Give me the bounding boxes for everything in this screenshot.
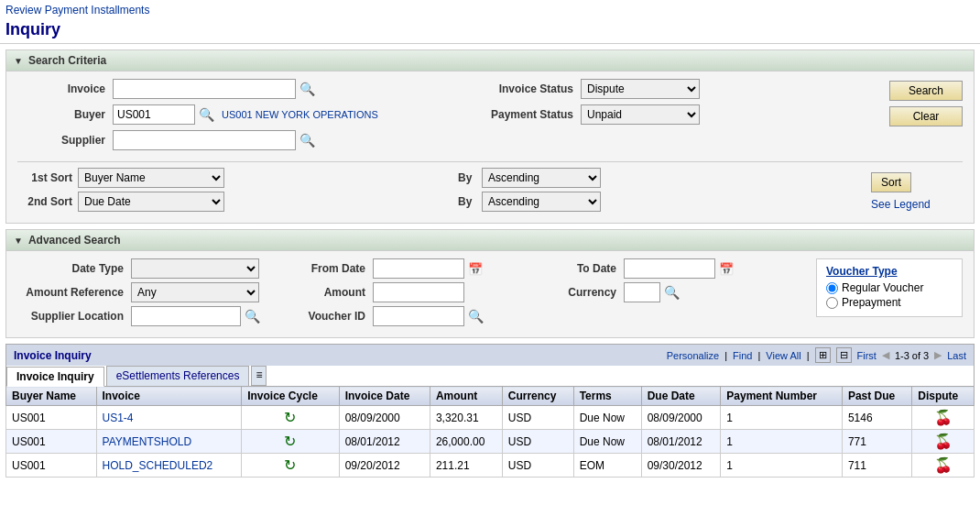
table-icon1[interactable]: ⊞ <box>815 347 831 363</box>
supplier-lookup-icon[interactable]: 🔍 <box>299 133 315 148</box>
dispute-icon[interactable]: 🍒 <box>934 410 953 425</box>
tab-esettlements[interactable]: eSettlements References <box>106 366 250 386</box>
supplier-label: Supplier <box>17 134 109 147</box>
cell-dispute[interactable]: 🍒 <box>912 454 975 478</box>
cell-due-date: 08/09/2000 <box>641 406 721 430</box>
date-type-row: Date Type Invoice Date Due Date <box>17 258 268 279</box>
advanced-search-title: Advanced Search <box>28 234 121 247</box>
date-type-select[interactable]: Invoice Date Due Date <box>131 258 259 279</box>
supplier-location-lookup-icon[interactable]: 🔍 <box>245 309 260 324</box>
date-type-label: Date Type <box>17 262 127 275</box>
sort-button[interactable]: Sort <box>871 172 911 192</box>
voucher-prepayment-row: Prepayment <box>826 296 953 309</box>
pagination-last[interactable]: Last <box>947 350 966 361</box>
to-date-calendar-icon[interactable]: 📅 <box>719 262 734 276</box>
buyer-label: Buyer <box>17 108 109 121</box>
supplier-location-label: Supplier Location <box>17 310 127 323</box>
cell-invoice[interactable]: PAYMENTSHOLD <box>96 430 242 454</box>
pagination-prev[interactable]: ◀ <box>882 349 889 361</box>
table-row: US001 HOLD_SCHEDULED2 ↻ 09/20/2012 211.2… <box>6 454 975 478</box>
buyer-lookup-icon[interactable]: 🔍 <box>199 107 214 122</box>
col-past-due: Past Due <box>842 387 911 406</box>
search-criteria-header: ▼ Search Criteria <box>6 50 974 71</box>
cycle-icon[interactable]: ↻ <box>284 434 296 449</box>
personalize-link[interactable]: Personalize <box>667 350 719 361</box>
see-legend-link[interactable]: See Legend <box>871 198 931 211</box>
supplier-location-input[interactable] <box>131 306 241 326</box>
currency-input[interactable] <box>624 282 660 302</box>
cell-invoice[interactable]: US1-4 <box>96 406 242 430</box>
supplier-row: Supplier 🔍 <box>17 130 421 150</box>
table-icon2[interactable]: ⊟ <box>836 347 852 363</box>
cell-buyer-name: US001 <box>6 454 97 478</box>
pagination-next[interactable]: ▶ <box>934 349 942 361</box>
voucher-id-input[interactable] <box>373 306 464 326</box>
invoice-status-select[interactable]: Dispute Approved Pending All <box>581 79 700 99</box>
buyer-row: Buyer 🔍 US001 NEW YORK OPERATIONS <box>17 104 421 125</box>
dispute-icon[interactable]: 🍒 <box>934 457 953 473</box>
cell-invoice-cycle[interactable]: ↻ <box>242 454 339 478</box>
from-date-input[interactable] <box>373 258 464 279</box>
supplier-input[interactable] <box>113 130 296 150</box>
invoice-lookup-icon[interactable]: 🔍 <box>299 82 315 96</box>
cell-payment-number: 1 <box>721 406 843 430</box>
advanced-toggle-icon[interactable]: ▼ <box>14 236 23 246</box>
sort1-by-select[interactable]: Ascending Descending <box>482 168 601 188</box>
view-all-link[interactable]: View All <box>766 350 800 361</box>
find-link[interactable]: Find <box>733 350 752 361</box>
col-currency: Currency <box>502 387 573 406</box>
table-toolbar: Invoice Inquiry Personalize | Find | Vie… <box>5 344 975 366</box>
tab-invoice-inquiry[interactable]: Invoice Inquiry <box>6 367 104 387</box>
cell-dispute[interactable]: 🍒 <box>912 430 975 454</box>
currency-label: Currency <box>556 286 620 299</box>
voucher-regular-radio[interactable] <box>826 282 838 294</box>
sort2-by-select[interactable]: Ascending Descending <box>482 192 601 212</box>
sort1-select[interactable]: Buyer Name Invoice Due Date Amount <box>78 168 224 188</box>
invoice-link[interactable]: PAYMENTSHOLD <box>103 435 192 448</box>
voucher-prepayment-radio[interactable] <box>826 297 838 309</box>
voucher-type-box: Voucher Type Regular Voucher Prepayment <box>816 258 963 317</box>
invoice-link[interactable]: HOLD_SCHEDULED2 <box>103 459 213 472</box>
table-row: US001 PAYMENTSHOLD ↻ 08/01/2012 26,000.0… <box>6 430 975 454</box>
amount-ref-label: Amount Reference <box>17 286 127 299</box>
invoice-input[interactable] <box>113 79 296 99</box>
payment-status-select[interactable]: Unpaid Paid All <box>581 104 700 125</box>
voucher-regular-row: Regular Voucher <box>826 281 953 294</box>
cell-dispute[interactable]: 🍒 <box>912 406 975 430</box>
voucher-regular-label: Regular Voucher <box>842 281 923 294</box>
voucher-id-label: Voucher ID <box>287 310 369 323</box>
dispute-icon[interactable]: 🍒 <box>934 434 953 449</box>
cell-invoice-cycle[interactable]: ↻ <box>242 406 339 430</box>
from-date-calendar-icon[interactable]: 📅 <box>468 262 483 276</box>
amount-ref-select[interactable]: Any Greater Than Less Than Equal To <box>131 282 259 302</box>
currency-lookup-icon[interactable]: 🔍 <box>664 285 680 300</box>
col-buyer-name: Buyer Name <box>6 387 97 406</box>
col-invoice: Invoice <box>96 387 242 406</box>
currency-row: Currency 🔍 <box>556 282 807 302</box>
cycle-icon[interactable]: ↻ <box>284 457 296 473</box>
cell-payment-number: 1 <box>721 430 843 454</box>
search-button[interactable]: Search <box>889 81 963 101</box>
breadcrumb[interactable]: Review Payment Installments <box>0 0 980 18</box>
search-criteria-panel: ▼ Search Criteria Invoice 🔍 Buyer 🔍 US00… <box>5 49 975 224</box>
amount-input[interactable] <box>373 282 464 302</box>
col-dispute: Dispute <box>912 387 975 406</box>
amount-ref-row: Amount Reference Any Greater Than Less T… <box>17 282 268 302</box>
cell-invoice[interactable]: HOLD_SCHEDULED2 <box>96 454 242 478</box>
cycle-icon[interactable]: ↻ <box>284 410 296 425</box>
clear-button[interactable]: Clear <box>889 106 963 126</box>
sort2-select[interactable]: Due Date Buyer Name Invoice Amount <box>78 192 224 212</box>
voucher-id-lookup-icon[interactable]: 🔍 <box>468 309 484 324</box>
to-date-input[interactable] <box>624 258 715 279</box>
to-date-row: To Date 📅 <box>556 258 807 279</box>
tab-extra-icon[interactable]: ≡ <box>251 366 267 386</box>
table-tabs-container: Invoice Inquiry eSettlements References … <box>5 366 975 386</box>
cell-invoice-cycle[interactable]: ↻ <box>242 430 339 454</box>
breadcrumb-link[interactable]: Review Payment Installments <box>5 4 149 16</box>
buyer-input[interactable] <box>113 104 195 125</box>
pagination-first[interactable]: First <box>857 350 877 361</box>
sort1-row: 1st Sort Buyer Name Invoice Due Date Amo… <box>17 168 412 188</box>
toggle-icon[interactable]: ▼ <box>14 56 23 66</box>
invoice-link[interactable]: US1-4 <box>103 412 134 424</box>
cell-past-due: 771 <box>842 430 911 454</box>
